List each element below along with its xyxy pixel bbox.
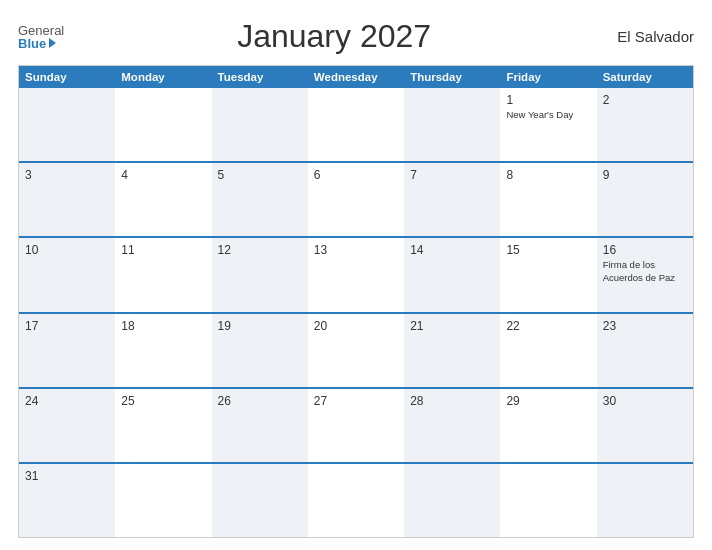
week-row-1: 1New Year's Day2 [19, 88, 693, 161]
day-cell: 17 [19, 314, 115, 387]
day-number: 19 [218, 319, 302, 333]
day-cell: 14 [404, 238, 500, 311]
week-row-2: 3456789 [19, 161, 693, 236]
day-cell: 12 [212, 238, 308, 311]
day-cell: 19 [212, 314, 308, 387]
day-number: 24 [25, 394, 109, 408]
day-cell: 7 [404, 163, 500, 236]
day-cell: 3 [19, 163, 115, 236]
day-cell: 13 [308, 238, 404, 311]
day-number: 25 [121, 394, 205, 408]
day-cell: 8 [500, 163, 596, 236]
day-cell: 31 [19, 464, 115, 537]
day-cell: 30 [597, 389, 693, 462]
day-cell [308, 88, 404, 161]
day-number: 8 [506, 168, 590, 182]
week-row-4: 17181920212223 [19, 312, 693, 387]
calendar-page: General Blue January 2027 El Salvador Su… [0, 0, 712, 550]
day-number: 18 [121, 319, 205, 333]
day-cell: 2 [597, 88, 693, 161]
day-cell [404, 88, 500, 161]
day-header-saturday: Saturday [597, 66, 693, 88]
day-number: 23 [603, 319, 687, 333]
day-cell [19, 88, 115, 161]
day-cell: 16Firma de los Acuerdos de Paz [597, 238, 693, 311]
day-cell: 11 [115, 238, 211, 311]
day-cell: 27 [308, 389, 404, 462]
day-number: 11 [121, 243, 205, 257]
day-cell: 26 [212, 389, 308, 462]
week-row-3: 10111213141516Firma de los Acuerdos de P… [19, 236, 693, 311]
day-number: 7 [410, 168, 494, 182]
logo-general-text: General [18, 24, 64, 37]
day-cell: 5 [212, 163, 308, 236]
day-number: 29 [506, 394, 590, 408]
logo-blue-text: Blue [18, 37, 56, 50]
holiday-name: Firma de los Acuerdos de Paz [603, 259, 687, 284]
day-cell: 23 [597, 314, 693, 387]
day-cell: 28 [404, 389, 500, 462]
day-number: 2 [603, 93, 687, 107]
weeks-container: 1New Year's Day2345678910111213141516Fir… [19, 88, 693, 537]
day-number: 27 [314, 394, 398, 408]
day-cell [404, 464, 500, 537]
day-number: 17 [25, 319, 109, 333]
day-header-wednesday: Wednesday [308, 66, 404, 88]
day-number: 22 [506, 319, 590, 333]
day-cell: 9 [597, 163, 693, 236]
day-cell: 15 [500, 238, 596, 311]
day-number: 15 [506, 243, 590, 257]
day-number: 3 [25, 168, 109, 182]
calendar-title: January 2027 [64, 18, 604, 55]
day-number: 30 [603, 394, 687, 408]
day-number: 14 [410, 243, 494, 257]
day-number: 31 [25, 469, 109, 483]
calendar-grid: SundayMondayTuesdayWednesdayThursdayFrid… [18, 65, 694, 538]
day-number: 20 [314, 319, 398, 333]
day-cell: 21 [404, 314, 500, 387]
day-cell: 29 [500, 389, 596, 462]
week-row-5: 24252627282930 [19, 387, 693, 462]
day-number: 9 [603, 168, 687, 182]
day-number: 5 [218, 168, 302, 182]
day-cell [212, 88, 308, 161]
holiday-name: New Year's Day [506, 109, 590, 121]
day-number: 1 [506, 93, 590, 107]
day-header-tuesday: Tuesday [212, 66, 308, 88]
day-cell: 4 [115, 163, 211, 236]
header: General Blue January 2027 El Salvador [18, 18, 694, 55]
day-cell: 6 [308, 163, 404, 236]
day-header-sunday: Sunday [19, 66, 115, 88]
day-cell: 18 [115, 314, 211, 387]
day-header-friday: Friday [500, 66, 596, 88]
day-number: 13 [314, 243, 398, 257]
day-cell: 20 [308, 314, 404, 387]
day-number: 10 [25, 243, 109, 257]
day-cell [212, 464, 308, 537]
day-cell: 25 [115, 389, 211, 462]
day-cell: 10 [19, 238, 115, 311]
day-cell [500, 464, 596, 537]
day-number: 16 [603, 243, 687, 257]
week-row-6: 31 [19, 462, 693, 537]
day-number: 26 [218, 394, 302, 408]
day-number: 21 [410, 319, 494, 333]
day-number: 12 [218, 243, 302, 257]
country-label: El Salvador [604, 28, 694, 45]
day-cell [308, 464, 404, 537]
day-headers: SundayMondayTuesdayWednesdayThursdayFrid… [19, 66, 693, 88]
logo-triangle-icon [49, 38, 56, 48]
day-number: 4 [121, 168, 205, 182]
day-cell [115, 464, 211, 537]
day-header-monday: Monday [115, 66, 211, 88]
day-number: 28 [410, 394, 494, 408]
day-cell [597, 464, 693, 537]
day-header-thursday: Thursday [404, 66, 500, 88]
day-cell: 22 [500, 314, 596, 387]
logo: General Blue [18, 24, 64, 50]
day-cell [115, 88, 211, 161]
day-number: 6 [314, 168, 398, 182]
day-cell: 24 [19, 389, 115, 462]
day-cell: 1New Year's Day [500, 88, 596, 161]
